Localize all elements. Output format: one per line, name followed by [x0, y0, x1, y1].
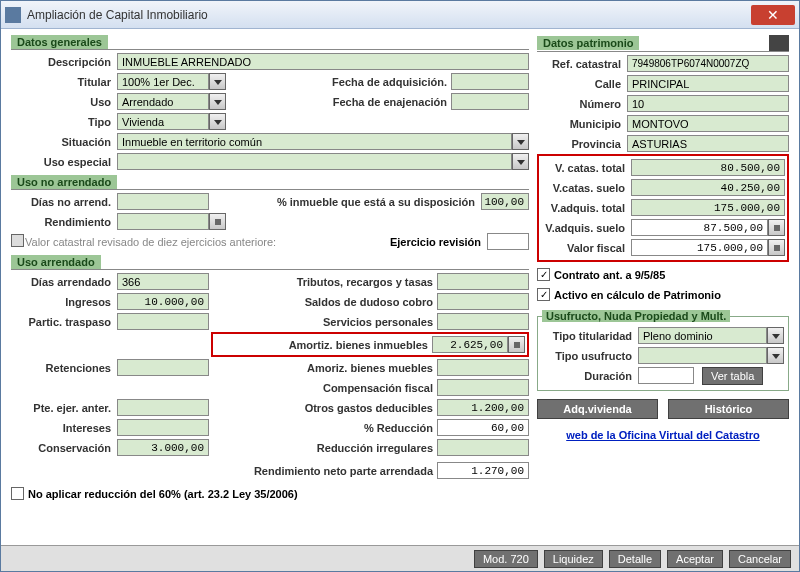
ver-tabla-button[interactable]: Ver tabla: [702, 367, 763, 385]
label-conservacion: Conservación: [11, 442, 117, 454]
field-tipo-usufructo[interactable]: [638, 347, 767, 364]
label-provincia: Provincia: [537, 138, 627, 150]
print-icon[interactable]: [769, 35, 789, 51]
field-uso[interactable]: Arrendado: [117, 93, 209, 110]
field-municipio[interactable]: MONTOVO: [627, 115, 789, 132]
field-descripcion[interactable]: INMUEBLE ARRENDADO: [117, 53, 529, 70]
label-calle: Calle: [537, 78, 627, 90]
checkbox-activo-patrimonio[interactable]: ✓: [537, 288, 550, 301]
field-vadq-suelo[interactable]: 87.500,00: [631, 219, 768, 236]
label-ref-catastral: Ref. catastral: [537, 58, 627, 70]
field-amortiz-muebles[interactable]: [437, 359, 529, 376]
label-contrato-ant: Contrato ant. a 9/5/85: [554, 269, 665, 281]
field-otros-gastos[interactable]: 1.200,00: [437, 399, 529, 416]
popup-amortiz-inmuebles[interactable]: [508, 336, 525, 353]
field-calle[interactable]: PRINCIPAL: [627, 75, 789, 92]
dropdown-tipo-titularidad[interactable]: [767, 327, 784, 344]
label-no-aplicar-reduccion: No aplicar reducción del 60% (art. 23.2 …: [28, 488, 298, 500]
label-servicios: Servicios personales: [209, 316, 437, 328]
field-fecha-enaj[interactable]: [451, 93, 529, 110]
field-numero[interactable]: 10: [627, 95, 789, 112]
field-rend-neto: 1.270,00: [437, 462, 529, 479]
dropdown-situacion[interactable]: [512, 133, 529, 150]
field-dias-no-arr[interactable]: [117, 193, 209, 210]
field-fecha-adq[interactable]: [451, 73, 529, 90]
link-catastro[interactable]: web de la Oficina Virtual del Catastro: [537, 429, 789, 441]
label-amortiz-muebles: Amoriz. bienes muebles: [209, 362, 437, 374]
field-vadq-total[interactable]: 175.000,00: [631, 199, 785, 216]
label-ingresos: Ingresos: [11, 296, 117, 308]
field-situacion[interactable]: Inmueble en territorio común: [117, 133, 512, 150]
label-tipo-titularidad: Tipo titularidad: [542, 330, 638, 342]
field-retenciones[interactable]: [117, 359, 209, 376]
adq-vivienda-button[interactable]: Adq.vivienda: [537, 399, 658, 419]
field-tributos[interactable]: [437, 273, 529, 290]
dropdown-uso[interactable]: [209, 93, 226, 110]
label-amortiz-inmuebles: Amortiz. bienes inmuebles: [215, 339, 432, 351]
field-pte-ejer[interactable]: [117, 399, 209, 416]
dropdown-uso-especial[interactable]: [512, 153, 529, 170]
dropdown-tipo[interactable]: [209, 113, 226, 130]
field-pct-inmueble[interactable]: 100,00: [481, 193, 529, 210]
label-rendimiento: Rendimiento: [11, 216, 117, 228]
checkbox-contrato-ant[interactable]: ✓: [537, 268, 550, 281]
label-valor-revisado: Valor catastral revisado de diez ejercic…: [25, 236, 390, 248]
field-saldos[interactable]: [437, 293, 529, 310]
field-dias-arrendado[interactable]: 366: [117, 273, 209, 290]
checkbox-no-aplicar-reduccion[interactable]: [11, 487, 24, 500]
field-ejercicio-revision[interactable]: [487, 233, 529, 250]
field-amortiz-inmuebles[interactable]: 2.625,00: [432, 336, 508, 353]
detalle-button[interactable]: Detalle: [609, 550, 661, 568]
historico-button[interactable]: Histórico: [668, 399, 789, 419]
svg-rect-0: [215, 219, 221, 225]
field-servicios[interactable]: [437, 313, 529, 330]
field-vcat-suelo[interactable]: 40.250,00: [631, 179, 785, 196]
field-uso-especial[interactable]: [117, 153, 512, 170]
label-valor-fiscal: Valor fiscal: [541, 242, 631, 254]
app-window: Ampliación de Capital Inmobiliario ✕ Dat…: [0, 0, 800, 572]
checkbox-valor-revisado[interactable]: [11, 234, 24, 247]
field-intereses[interactable]: [117, 419, 209, 436]
mod720-button[interactable]: Mod. 720: [474, 550, 538, 568]
field-partic-traspaso[interactable]: [117, 313, 209, 330]
field-tipo-titularidad[interactable]: Pleno dominio: [638, 327, 767, 344]
titlebar: Ampliación de Capital Inmobiliario ✕: [1, 1, 799, 29]
popup-rendimiento[interactable]: [209, 213, 226, 230]
dropdown-tipo-usufructo[interactable]: [767, 347, 784, 364]
label-numero: Número: [537, 98, 627, 110]
liquidez-button[interactable]: Liquidez: [544, 550, 603, 568]
aceptar-button[interactable]: Aceptar: [667, 550, 723, 568]
field-comp-fiscal[interactable]: [437, 379, 529, 396]
field-conservacion[interactable]: 3.000,00: [117, 439, 209, 456]
field-vcat-total[interactable]: 80.500,00: [631, 159, 785, 176]
field-provincia[interactable]: ASTURIAS: [627, 135, 789, 152]
label-duracion: Duración: [542, 370, 638, 382]
close-button[interactable]: ✕: [751, 5, 795, 25]
field-tipo[interactable]: Vivienda: [117, 113, 209, 130]
field-pct-reduccion[interactable]: 60,00: [437, 419, 529, 436]
label-municipio: Municipio: [537, 118, 627, 130]
svg-rect-3: [774, 245, 780, 251]
label-uso: Uso: [11, 96, 117, 108]
header-datos-generales: Datos generales: [11, 35, 108, 49]
dropdown-titular[interactable]: [209, 73, 226, 90]
popup-valor-fiscal[interactable]: [768, 239, 785, 256]
field-valor-fiscal[interactable]: 175.000,00: [631, 239, 768, 256]
field-titular[interactable]: 100% 1er Dec.: [117, 73, 209, 90]
label-fecha-adq: Fecha de adquisición.: [226, 76, 451, 88]
cancelar-button[interactable]: Cancelar: [729, 550, 791, 568]
field-ref-catastral[interactable]: 7949806TP6074N0007ZQ: [627, 55, 789, 72]
label-dias-arrendado: Días arrendado: [11, 276, 117, 288]
popup-vadq-suelo[interactable]: [768, 219, 785, 236]
field-ingresos[interactable]: 10.000,00: [117, 293, 209, 310]
label-vadq-suelo: V.adquis. suelo: [541, 222, 631, 234]
label-tributos: Tributos, recargos y tasas: [209, 276, 437, 288]
field-duracion[interactable]: [638, 367, 694, 384]
field-reduccion-irregulares[interactable]: [437, 439, 529, 456]
label-dias-no-arr: Días no arrend.: [11, 196, 117, 208]
field-rendimiento[interactable]: [117, 213, 209, 230]
header-uso-no-arrendado: Uso no arrendado: [11, 175, 117, 189]
label-activo-patrimonio: Activo en cálculo de Patrimonio: [554, 289, 721, 301]
label-titular: Titular: [11, 76, 117, 88]
app-icon: [5, 7, 21, 23]
